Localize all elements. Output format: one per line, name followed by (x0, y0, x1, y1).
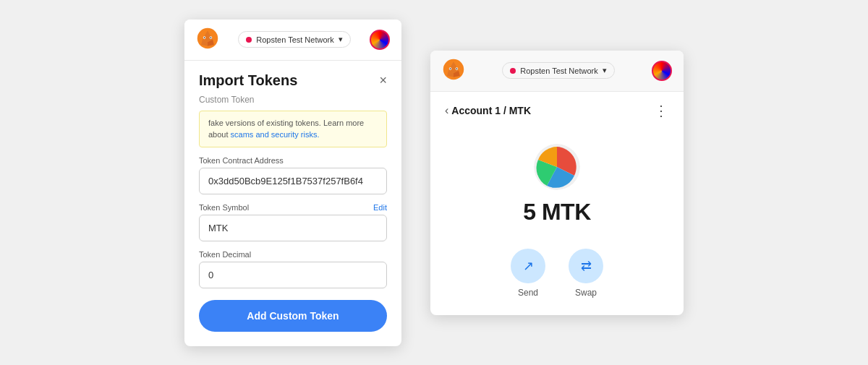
token-display: 5 MTK (430, 129, 684, 243)
edit-symbol-link[interactable]: Edit (373, 203, 387, 212)
network-selector[interactable]: Ropsten Test Network ▾ (238, 31, 350, 48)
right-network-label: Ropsten Test Network (520, 66, 597, 75)
import-tokens-panel: Ropsten Test Network ▾ Import Tokens × C… (184, 20, 401, 346)
warning-box: fake versions of existing tokens. Learn … (199, 111, 387, 147)
svg-point-15 (456, 68, 458, 69)
contract-address-group: Token Contract Address (199, 156, 387, 194)
account-nav: ‹ Account 1 / MTK ⋮ (430, 92, 684, 129)
right-network-dot (510, 68, 516, 74)
token-icon (534, 144, 580, 190)
send-label: Send (518, 288, 538, 298)
warning-link[interactable]: scams and security risks. (231, 130, 320, 139)
token-symbol-label-row: Token Symbol Edit (199, 203, 387, 212)
right-account-avatar[interactable] (652, 61, 672, 81)
network-status-dot (246, 37, 252, 43)
fox-logo (196, 27, 219, 53)
back-arrow-icon[interactable]: ‹ (445, 104, 448, 117)
account-avatar[interactable] (370, 30, 390, 50)
modal-title-row: Import Tokens × (184, 61, 401, 95)
right-fox-logo (442, 58, 465, 84)
token-balance: 5 MTK (523, 199, 591, 226)
contract-address-input[interactable] (199, 168, 387, 194)
send-button[interactable]: ↗ (511, 249, 545, 283)
right-network-selector[interactable]: Ropsten Test Network ▾ (502, 62, 614, 79)
send-icon: ↗ (523, 258, 534, 274)
token-decimal-label: Token Decimal (199, 250, 387, 259)
right-metamask-header: Ropsten Test Network ▾ (430, 51, 684, 92)
swap-action: ⇄ Swap (569, 249, 603, 298)
breadcrumb: Account 1 / MTK (451, 105, 531, 116)
right-chevron-icon: ▾ (603, 66, 607, 75)
swap-button[interactable]: ⇄ (569, 249, 603, 283)
modal-title: Import Tokens (199, 72, 297, 89)
contract-address-label: Token Contract Address (199, 156, 387, 165)
token-decimal-group: Token Decimal (199, 250, 387, 288)
svg-point-7 (210, 37, 212, 38)
action-buttons: ↗ Send ⇄ Swap (430, 243, 684, 315)
token-symbol-group: Token Symbol Edit (199, 203, 387, 241)
send-action: ↗ Send (511, 249, 545, 298)
svg-point-6 (204, 37, 205, 38)
network-label: Ropsten Test Network (256, 35, 333, 44)
swap-icon: ⇄ (581, 258, 592, 274)
token-decimal-input[interactable] (199, 262, 387, 288)
token-symbol-input[interactable] (199, 215, 387, 241)
svg-point-14 (450, 68, 451, 69)
chevron-down-icon: ▾ (339, 35, 343, 44)
metamask-header: Ropsten Test Network ▾ (184, 20, 401, 61)
close-button[interactable]: × (379, 74, 387, 87)
more-options-button[interactable]: ⋮ (654, 102, 669, 119)
mtk-account-panel: Ropsten Test Network ▾ ‹ Account 1 / MTK… (430, 51, 684, 315)
custom-token-tab[interactable]: Custom Token (184, 95, 401, 105)
swap-label: Swap (575, 288, 597, 298)
add-custom-token-button[interactable]: Add Custom Token (199, 300, 387, 332)
